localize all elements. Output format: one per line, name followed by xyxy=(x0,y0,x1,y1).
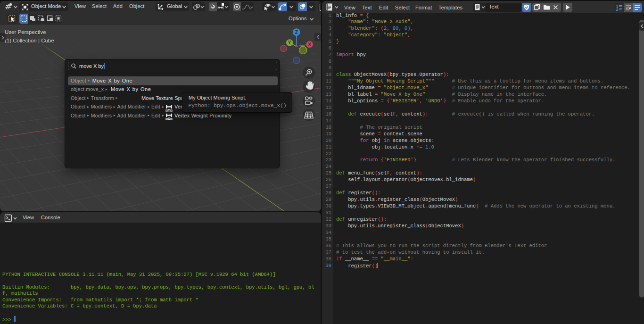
svg-text:X: X xyxy=(308,42,311,47)
svg-text:2: 2 xyxy=(616,8,618,12)
svg-text:Y: Y xyxy=(288,40,291,45)
svg-text:Z: Z xyxy=(295,30,298,35)
